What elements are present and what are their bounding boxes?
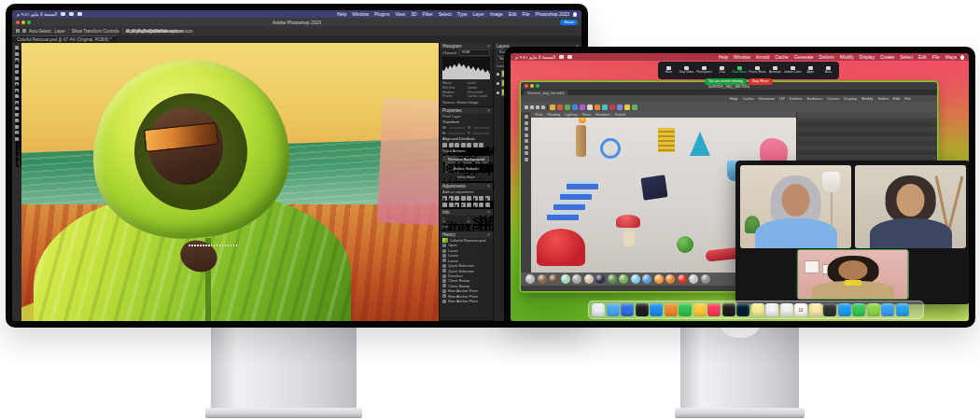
item[interactable]: invert (461, 203, 466, 207)
video-call-window[interactable] (735, 161, 969, 304)
facetime[interactable] (852, 303, 865, 316)
item[interactable]: threshold (473, 203, 478, 207)
battery-icon[interactable] (559, 55, 564, 59)
shelf-camera[interactable] (595, 105, 600, 110)
item[interactable]: File (932, 53, 940, 61)
notes[interactable] (751, 303, 764, 316)
shelf-plane[interactable] (572, 105, 578, 110)
item[interactable]: Edit (893, 96, 900, 101)
item[interactable]: hue-sat (473, 196, 478, 201)
item[interactable]: eyedropper-tool (15, 77, 19, 80)
freeform[interactable] (621, 303, 634, 316)
height-field[interactable] (448, 133, 466, 134)
item[interactable]: Cache (742, 96, 753, 101)
swatch[interactable] (689, 274, 698, 284)
item[interactable]: lasso-tool (15, 58, 19, 62)
calendar[interactable]: 12 (794, 303, 807, 316)
camera-icon[interactable]: Stop Video (678, 63, 695, 78)
item[interactable]: selective-color (485, 203, 490, 207)
photos[interactable] (809, 303, 822, 316)
item[interactable]: New Anchor Point (440, 299, 493, 303)
item[interactable]: levels (449, 196, 454, 201)
item[interactable]: Photoshop 2023 (536, 10, 569, 18)
remove-background-button[interactable]: Remove Background (443, 155, 489, 163)
shelf-curve[interactable] (602, 105, 608, 110)
item[interactable]: align-left-icon (126, 29, 130, 33)
zoom-button[interactable] (27, 21, 31, 24)
pause-icon[interactable]: Pause Share (749, 63, 766, 78)
item[interactable]: channel-mixer (449, 203, 454, 207)
item[interactable]: 3D (411, 10, 416, 18)
item[interactable]: Create (880, 53, 894, 61)
photo-booth[interactable] (607, 303, 620, 316)
swatch[interactable] (525, 274, 535, 284)
remote-control-icon[interactable]: Remote Control (784, 63, 802, 78)
apple-logo-icon[interactable] (573, 12, 577, 17)
document-tab[interactable]: Colorful Raincoat.psd @ 67.4% (Original,… (12, 35, 117, 43)
apple-logo-icon[interactable] (960, 55, 964, 60)
item[interactable]: Edit (509, 10, 517, 18)
stop-share-button[interactable]: Stop Share (749, 78, 773, 85)
item[interactable]: eraser-tool (15, 106, 19, 110)
terminal[interactable] (823, 303, 836, 316)
item[interactable]: bw (485, 196, 490, 201)
item[interactable]: stamp-tool (15, 94, 19, 98)
shelf-sphere[interactable] (550, 105, 555, 110)
window-controls[interactable] (16, 21, 31, 24)
item[interactable]: Modify (840, 53, 854, 61)
swatch[interactable] (665, 274, 675, 284)
item[interactable]: dist-top-icon (143, 29, 147, 33)
swatch[interactable] (561, 274, 570, 284)
shelf-light[interactable] (587, 105, 593, 110)
swatch[interactable] (631, 274, 640, 284)
auto-select-value[interactable]: Layer (55, 29, 65, 34)
numbers[interactable] (679, 303, 692, 316)
swatch[interactable] (572, 274, 581, 284)
item[interactable]: Help (730, 96, 738, 101)
item[interactable]: Type (457, 10, 468, 18)
item[interactable]: Generate (758, 96, 774, 101)
item[interactable]: brightness (442, 196, 447, 201)
item[interactable]: Help (337, 10, 346, 18)
share-screen-icon[interactable]: New Share (731, 63, 749, 78)
item[interactable]: UV (779, 96, 785, 101)
item[interactable]: photo-filter (442, 203, 447, 207)
chat-icon[interactable]: Chat (713, 63, 731, 78)
participants-icon[interactable]: Participants (695, 63, 713, 78)
item[interactable]: history-brush-tool (15, 101, 19, 105)
item[interactable]: Generate (794, 53, 814, 61)
tool-icon[interactable] (525, 115, 528, 119)
wifi-icon[interactable] (69, 12, 74, 16)
item[interactable]: Arnold (756, 53, 769, 61)
trash[interactable] (592, 303, 605, 316)
show-transform-label[interactable]: Show Transform Controls (72, 29, 119, 34)
item[interactable]: Plugins (374, 10, 389, 18)
item[interactable]: align-center-icon (449, 143, 454, 147)
shelf-uv[interactable] (617, 105, 623, 110)
item[interactable]: pen-tool (15, 125, 19, 129)
photoshop[interactable] (736, 303, 749, 316)
safari[interactable] (881, 303, 894, 316)
photoshop-title-bar[interactable]: Adobe Photoshop 2023 Share (12, 18, 581, 26)
swatch[interactable] (549, 274, 558, 284)
swatch[interactable] (538, 274, 547, 284)
x-field[interactable] (473, 127, 490, 129)
participant-tile-1[interactable] (740, 165, 851, 248)
item[interactable]: lookup (455, 203, 459, 207)
swatch[interactable] (654, 274, 664, 284)
grapher[interactable] (693, 303, 707, 316)
item[interactable]: Layer (472, 10, 484, 18)
item[interactable]: View (535, 113, 542, 117)
item[interactable]: Select (439, 10, 452, 18)
participant-tile-2[interactable] (855, 165, 966, 248)
item[interactable]: View (395, 10, 405, 18)
item[interactable]: marquee-tool (15, 52, 19, 56)
more-icon[interactable]: More (819, 63, 837, 78)
maps[interactable] (867, 303, 880, 316)
item[interactable]: more-options-icon (479, 143, 483, 147)
item[interactable]: wand-tool (15, 64, 19, 68)
swatch[interactable] (595, 274, 605, 284)
item[interactable]: align-center-icon (132, 29, 135, 33)
item[interactable]: Select (900, 53, 913, 61)
shelf-deform[interactable] (609, 105, 615, 110)
